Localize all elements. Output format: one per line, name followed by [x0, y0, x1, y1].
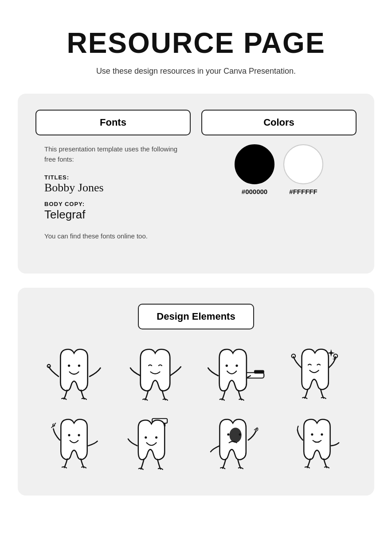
tooth-2	[117, 344, 194, 409]
titles-font-name: Bobby Jones	[44, 181, 186, 194]
svg-point-5	[225, 365, 227, 367]
tooth-6	[117, 414, 194, 480]
colors-content: #000000 #FFFFFF	[201, 135, 357, 206]
titles-font-entry: TITLES: Bobby Jones	[44, 173, 186, 194]
body-label: BODY COPY:	[44, 201, 85, 207]
color-circle-black	[235, 144, 274, 184]
svg-point-10	[78, 434, 80, 436]
svg-point-22	[155, 436, 157, 439]
fonts-description: This presentation template uses the foll…	[44, 144, 186, 164]
color-hex-black: #000000	[242, 188, 267, 195]
fonts-section: Fonts This presentation template uses th…	[35, 110, 191, 244]
svg-point-24	[227, 433, 229, 436]
page-subtitle: Use these design resources in your Canva…	[96, 67, 296, 76]
colors-label-box: Colors	[201, 110, 357, 135]
fonts-colors-grid: Fonts This presentation template uses th…	[35, 110, 357, 244]
design-elements-label: Design Elements	[138, 304, 254, 329]
svg-point-26	[311, 433, 314, 436]
svg-rect-4	[254, 370, 264, 373]
fonts-content: This presentation template uses the foll…	[35, 135, 191, 244]
tooth-5	[35, 414, 113, 480]
svg-point-21	[145, 436, 147, 439]
svg-point-6	[235, 365, 238, 367]
body-font-name: Telegraf	[44, 208, 186, 222]
design-elements-card: Design Elements	[18, 288, 374, 496]
page-title: RESOURCE PAGE	[67, 27, 325, 59]
color-circle-white	[283, 144, 323, 184]
tooth-4	[280, 344, 357, 409]
svg-point-1	[68, 365, 70, 367]
color-hex-white: #FFFFFF	[289, 188, 317, 195]
fonts-colors-card: Fonts This presentation template uses th…	[18, 94, 374, 274]
titles-label: TITLES:	[44, 174, 69, 181]
tooth-8	[280, 414, 357, 480]
svg-point-27	[321, 433, 323, 436]
body-font-entry: BODY COPY: Telegraf	[44, 200, 186, 222]
tooth-7	[198, 414, 275, 480]
colors-section: Colors #000000 #FFFFFF	[201, 110, 357, 244]
teeth-grid	[35, 344, 357, 480]
svg-point-0	[47, 365, 50, 368]
fonts-label-box: Fonts	[35, 110, 191, 135]
color-swatch-black: #000000	[235, 144, 274, 195]
tooth-1	[35, 344, 113, 409]
color-swatches: #000000 #FFFFFF	[235, 144, 323, 195]
color-swatch-white: #FFFFFF	[283, 144, 323, 195]
tooth-3	[198, 344, 275, 409]
svg-point-2	[78, 365, 80, 367]
fonts-footer: You can find these fonts online too.	[44, 232, 186, 240]
svg-point-25	[239, 433, 241, 436]
svg-point-9	[68, 434, 70, 436]
